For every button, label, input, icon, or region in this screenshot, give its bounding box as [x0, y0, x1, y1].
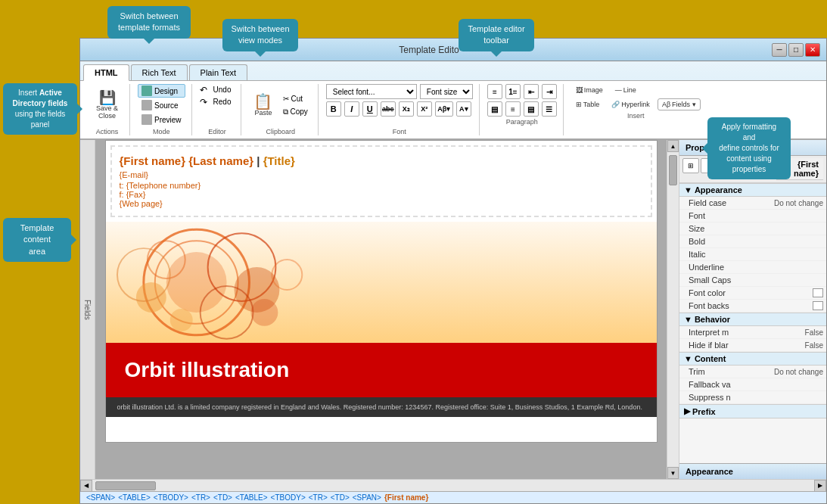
prop-trim: Trim Do not change	[679, 366, 826, 378]
font-color-box[interactable]	[813, 288, 823, 297]
status-tag-tbody1[interactable]: <TBODY>	[154, 493, 188, 502]
mode-source-label: Source	[154, 101, 179, 110]
redo-button[interactable]: Redo	[210, 96, 235, 107]
editor-scroll[interactable]: {First name} {Last name} | {Title} {E-ma…	[95, 140, 667, 479]
behavior-section-header[interactable]: ▼ Behavior	[679, 313, 826, 326]
status-tag-tr1[interactable]: <TR>	[191, 493, 210, 502]
close-button[interactable]: ✕	[805, 43, 820, 57]
status-tag-table1[interactable]: <TABLE>	[118, 493, 151, 502]
font-background-box[interactable]	[813, 301, 823, 310]
title-field: {Title}	[263, 154, 295, 167]
prop-font: Font	[679, 210, 826, 222]
scroll-track[interactable]	[667, 152, 679, 467]
template-name-line: {First name} {Last name} | {Title}	[120, 154, 643, 167]
ribbon-group-insert: 🖼 Image — Line ⊞ Table	[565, 84, 707, 135]
status-tag-tbody2[interactable]: <TBODY>	[271, 493, 306, 502]
align-center-button[interactable]: ≡	[505, 101, 521, 117]
prop-size: Size	[679, 222, 826, 235]
status-tag-td2[interactable]: <TD>	[331, 493, 350, 502]
bold-button[interactable]: B	[326, 101, 341, 117]
tab-richtext[interactable]: Rich Text	[131, 64, 188, 80]
align-right-button[interactable]: ▤	[524, 101, 539, 117]
web-field-display: {Web page}	[120, 199, 643, 208]
fields-panel[interactable]: Fields	[80, 140, 95, 479]
indent-increase-button[interactable]: ⇥	[542, 84, 557, 99]
indent-decrease-button[interactable]: ⇤	[524, 84, 539, 99]
line-button[interactable]: — Line	[611, 84, 641, 96]
status-tag-tr2[interactable]: <TR>	[309, 493, 328, 502]
align-justify-button[interactable]: ☰	[542, 101, 557, 117]
scroll-up-button[interactable]: ▲	[667, 140, 679, 152]
prop-bold: Bold	[679, 235, 826, 248]
font-size-select[interactable]: Font size...	[420, 84, 473, 99]
tab-plaintext[interactable]: Plain Text	[189, 64, 248, 80]
image-button[interactable]: 🖼 Image	[571, 84, 608, 96]
mode-preview-button[interactable]: Preview	[138, 113, 185, 126]
status-field-name: {First name}	[384, 493, 428, 502]
subscript-button[interactable]: X₂	[399, 101, 414, 117]
editor-buttons: ↶ Undo ↷ Redo	[200, 84, 235, 126]
paste-button[interactable]: 📋 Paste	[249, 92, 277, 119]
status-tag-span1[interactable]: <SPAN>	[86, 493, 115, 502]
underline-button[interactable]: U	[362, 101, 378, 117]
copy-button[interactable]: ⧉ Copy	[279, 106, 311, 118]
appearance-section-label: Appearance	[695, 185, 742, 194]
suppress-label: Suppress n	[689, 393, 823, 402]
trim-value: Do not change	[774, 368, 823, 376]
paragraph-row1: ≡ 1≡ ⇤ ⇥	[487, 84, 557, 99]
svg-point-10	[169, 309, 192, 331]
fields-icon: Aβ	[662, 101, 670, 108]
font-color-button[interactable]: Aβ▾	[435, 101, 453, 117]
list-unordered-button[interactable]: ≡	[487, 84, 502, 99]
save-close-button[interactable]: 💾 Save & Close	[92, 89, 123, 122]
source-icon	[141, 100, 152, 110]
tooltip-insert-fields: Insert ActiveDirectory fieldsusing the f…	[3, 83, 77, 135]
svg-point-12	[250, 299, 278, 326]
properties-footer[interactable]: Appearance	[679, 463, 826, 479]
horizontal-scrollbar[interactable]: ◀ ▶	[80, 479, 826, 491]
actions-buttons: 💾 Save & Close	[92, 84, 123, 126]
insert-row2: ⊞ Table 🔗 Hyperlink Aβ Fields ▾	[571, 98, 701, 110]
mode-source-button[interactable]: Source	[138, 98, 185, 112]
font-select[interactable]: Select font...	[326, 84, 417, 99]
tab-html[interactable]: HTML	[83, 64, 129, 81]
scroll-left-button[interactable]: ◀	[80, 480, 92, 492]
status-bar: <SPAN> <TABLE> <TBODY> <TR> <TD> <TABLE>…	[80, 491, 826, 503]
align-left-button[interactable]: ▤	[487, 101, 502, 117]
hide-blank-label: Hide if blar	[689, 341, 805, 350]
minimize-button[interactable]: ─	[772, 43, 787, 57]
properties-grid-button[interactable]: ⊞	[682, 158, 699, 173]
prop-suppress: Suppress n	[679, 391, 826, 404]
phone-field-display: t: {Telephone number}	[120, 181, 643, 190]
horiz-scroll-thumb[interactable]	[95, 481, 156, 490]
italic-button[interactable]: I	[344, 101, 359, 117]
maximize-button[interactable]: □	[788, 43, 804, 57]
horiz-scroll-track[interactable]	[92, 480, 814, 491]
superscript-button[interactable]: X²	[417, 101, 432, 117]
highlight-button[interactable]: A▾	[456, 101, 471, 117]
vertical-scrollbar[interactable]: ▲ ▼	[667, 140, 679, 479]
status-tag-td1[interactable]: <TD>	[213, 493, 232, 502]
line-label: Line	[623, 86, 636, 94]
save-close-label: Save & Close	[96, 104, 118, 120]
appearance-section-header[interactable]: ▼ Appearance	[679, 183, 826, 197]
cut-button[interactable]: ✂ Cut	[279, 93, 311, 104]
clipboard-label: Clipboard	[266, 128, 295, 135]
scroll-down-button[interactable]: ▼	[667, 467, 679, 479]
list-ordered-button[interactable]: 1≡	[505, 84, 521, 99]
hyperlink-button[interactable]: 🔗 Hyperlink	[607, 98, 654, 110]
hyperlink-icon: 🔗	[611, 101, 620, 108]
strikethrough-button[interactable]: abc	[381, 101, 396, 117]
table-button[interactable]: ⊞ Table	[571, 98, 605, 110]
fields-button[interactable]: Aβ Fields ▾	[658, 98, 701, 110]
status-tag-table2[interactable]: <TABLE>	[235, 493, 268, 502]
prop-underline: Underline	[679, 261, 826, 274]
mode-design-button[interactable]: Design	[138, 84, 185, 98]
prefix-section-header[interactable]: ▶ Prefix	[679, 404, 826, 418]
undo-button[interactable]: Undo	[210, 84, 235, 95]
svg-point-7	[135, 282, 166, 313]
content-section-header[interactable]: ▼ Content	[679, 352, 826, 366]
scroll-right-button[interactable]: ▶	[814, 480, 826, 492]
scroll-thumb[interactable]	[669, 155, 677, 185]
status-tag-span2[interactable]: <SPAN>	[353, 493, 381, 502]
